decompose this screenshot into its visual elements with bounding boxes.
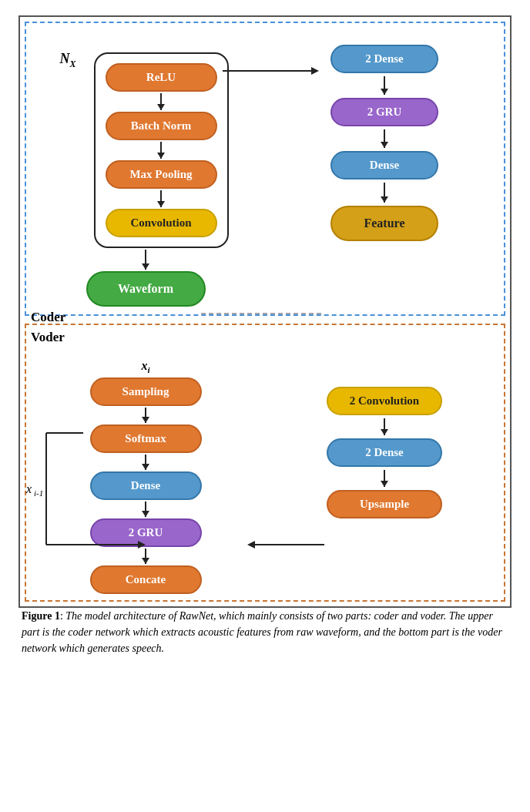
waveform-node: Waveform xyxy=(86,271,206,307)
nx-label: NX xyxy=(60,51,76,70)
relu-node: ReLU xyxy=(106,63,217,92)
feature-node: Feature xyxy=(330,206,438,241)
batch-norm-node: Batch Norm xyxy=(106,112,217,140)
two-dense-top-node: 2 Dense xyxy=(330,45,438,73)
softmax-node: Softmax xyxy=(90,424,202,453)
two-convolution-node: 2 Convolution xyxy=(327,387,442,415)
two-gru-coder-node: 2 GRU xyxy=(330,98,438,126)
max-pooling-node: Max Pooling xyxy=(106,160,217,189)
sampling-node: Sampling xyxy=(90,377,202,406)
voder-dense-node: Dense xyxy=(90,471,202,500)
full-diagram: Coder NX ReLU xyxy=(18,15,512,608)
xi-label: xi xyxy=(141,359,149,374)
caption-label: Figure 1 xyxy=(22,610,60,622)
voder-two-gru-node: 2 GRU xyxy=(90,518,202,547)
upsample-node: Upsample xyxy=(327,490,442,518)
two-dense-voder-node: 2 Dense xyxy=(327,438,442,467)
dense-mid-node: Dense xyxy=(330,151,438,180)
convolution-node: Convolution xyxy=(106,209,217,237)
concate-node: Concate xyxy=(90,565,202,594)
caption-text: The model architecture of RawNet, which … xyxy=(22,610,502,654)
figure-caption: Figure 1: The model architecture of RawN… xyxy=(18,608,512,656)
